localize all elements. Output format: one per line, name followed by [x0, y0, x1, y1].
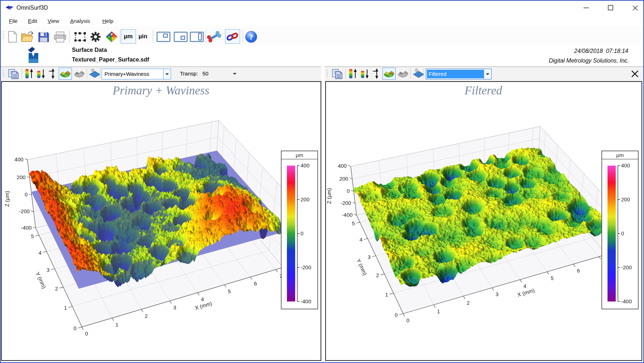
svg-text:0: 0	[416, 69, 418, 72]
svg-text:0: 0	[92, 69, 94, 72]
svg-text:?: ?	[249, 33, 253, 41]
